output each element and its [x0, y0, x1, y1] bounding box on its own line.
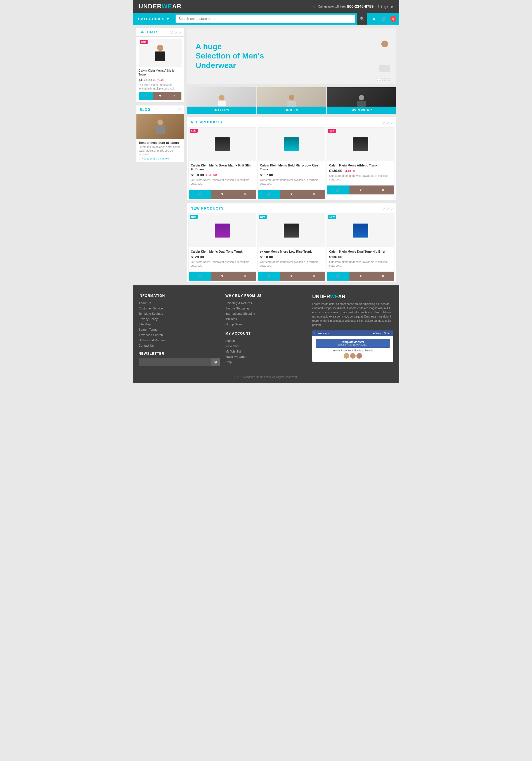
np-dot-3[interactable]	[390, 207, 393, 209]
footer-grid: INFORMATION About Us Customer Service Te…	[139, 294, 394, 366]
new-cart-btn-0[interactable]: 🛒	[189, 272, 211, 281]
desc-0: Our store offers underwear available in …	[191, 178, 254, 186]
footer-logo: UNDERWEAR	[312, 294, 394, 300]
categories-button[interactable]: CATEGORIES ▾	[133, 13, 174, 25]
wish-btn-0[interactable]: ♥	[211, 190, 234, 199]
affiliates-link[interactable]: Affiliates	[225, 317, 237, 321]
cart-btn-2[interactable]: 🛒	[327, 186, 349, 195]
search-input[interactable]	[176, 15, 355, 23]
product-image-2: Sale	[327, 128, 394, 161]
shipping-returns-link[interactable]: Shipping & Returns	[225, 301, 252, 305]
wish-btn-2[interactable]: ♥	[349, 186, 372, 195]
add-to-cart-button[interactable]: 🛒	[139, 92, 153, 100]
youtube-icon[interactable]: ▶	[391, 5, 394, 9]
np-dot-2[interactable]	[386, 207, 389, 209]
new-boxer-art-2	[353, 223, 368, 238]
new-product-info-0: Calvin Klein Men's Dual Tone Trunk $128.…	[189, 247, 256, 271]
new-cart-btn-1[interactable]: 🛒	[258, 272, 280, 281]
orders-returns-link[interactable]: Orders and Returns	[139, 338, 166, 342]
sidebar: SPECIALS Sale Calvin Klein Men's Athleti…	[136, 28, 184, 282]
about-us-link[interactable]: About Us	[139, 301, 151, 305]
group-sales-link[interactable]: Group Sales	[225, 322, 242, 326]
all-products-header: ALL PRODUCTS	[187, 117, 396, 126]
new-products-section: NEW PRODUCTS New Calvin Klein Men's Dual…	[187, 204, 396, 282]
copyright-text: © 2015 Magento Demo Store. All Rights Re…	[235, 376, 298, 379]
template-settings-link[interactable]: Template Settings	[139, 312, 163, 315]
category-briefs[interactable]: BRIEFS	[257, 87, 326, 114]
fb-watch-text: ▶ Watch Video	[373, 332, 392, 335]
product-name-0: Calvin Klein Men's Boxer Matrix Knit Sli…	[191, 163, 254, 171]
new-price-1: $110.00	[260, 255, 273, 259]
newsletter-submit-button[interactable]: ✉	[211, 358, 220, 366]
cart-count-badge[interactable]: 0	[390, 16, 397, 22]
dot-inactive[interactable]	[170, 31, 173, 33]
np-dot-1[interactable]	[382, 207, 385, 209]
cart-btn-0[interactable]: 🛒	[189, 190, 211, 199]
hero-dot-2[interactable]	[382, 78, 385, 81]
hamburger-icon[interactable]: ≡	[370, 16, 377, 21]
track-order-link[interactable]: Track My Order	[225, 355, 246, 358]
view-cart-link[interactable]: View Cart	[225, 344, 239, 348]
new-wish-btn-1[interactable]: ♥	[280, 272, 302, 281]
intl-shipping-link[interactable]: International Shipping	[225, 312, 255, 315]
blog-post-date: ⏱ Nov 6, 2015 2:14:16 PM	[136, 157, 184, 162]
product-actions-0: 🛒 ♥ ✕	[189, 189, 256, 199]
twitter-icon[interactable]: t	[381, 5, 382, 9]
nav-bar: CATEGORIES ▾ 🔍 ≡ 🛒 0	[133, 13, 399, 25]
new-product-actions-0: 🛒 ♥ ✕	[189, 271, 256, 281]
new-price-0: $128.00	[191, 255, 204, 259]
advanced-search-link[interactable]: Advanced Search	[139, 333, 163, 336]
fb-icon: f	[314, 332, 315, 335]
ap-dot-2[interactable]	[386, 121, 389, 124]
product-name-2: Calvin Klein Men's Athletic Trunk	[329, 163, 392, 167]
hero-dot-3[interactable]	[387, 78, 390, 81]
account-title: MY ACCOUNT	[225, 331, 307, 335]
site-map-link[interactable]: Site Map	[139, 322, 151, 326]
search-button[interactable]: 🔍	[357, 13, 367, 25]
my-wishlist-link[interactable]: My Wishlist	[225, 350, 241, 353]
remove-button[interactable]: ✕	[167, 92, 182, 100]
specials-block: SPECIALS Sale Calvin Klein Men's Athleti…	[136, 28, 184, 102]
privacy-policy-link[interactable]: Privacy Policy	[139, 317, 158, 321]
wishlist-button[interactable]: ♥	[153, 92, 167, 100]
sign-in-link[interactable]: Sign In	[225, 339, 235, 342]
close-btn-2[interactable]: ✕	[372, 186, 394, 195]
gplus-icon[interactable]: g+	[384, 5, 389, 9]
hero-line3: Underwear	[196, 61, 264, 70]
facebook-icon[interactable]: f	[378, 5, 379, 9]
ap-dot-1[interactable]	[382, 121, 385, 124]
customer-service-link[interactable]: Customer Service	[139, 307, 163, 310]
wish-btn-1[interactable]: ♥	[280, 190, 302, 199]
boxer-art-2	[353, 137, 368, 151]
hero-dot-1[interactable]	[377, 78, 380, 81]
newsletter-input[interactable]	[139, 358, 211, 366]
footer-why: WHY BUY FROM US Shipping & Returns Secur…	[225, 294, 307, 366]
blog-dot[interactable]	[178, 108, 181, 111]
new-product-card-2: New Calvin Klein Men's Dual Tone Hip Bri…	[327, 213, 395, 281]
new-close-btn-1[interactable]: ✕	[303, 272, 325, 281]
category-boxers[interactable]: BOXERS	[187, 87, 256, 114]
new-close-btn-2[interactable]: ✕	[372, 272, 394, 281]
ap-dot-3[interactable]	[390, 121, 393, 124]
new-wish-btn-2[interactable]: ♥	[349, 272, 372, 281]
list-item: Advanced Search	[139, 333, 220, 337]
list-item: Privacy Policy	[139, 317, 220, 321]
secure-shopping-link[interactable]: Secure Shopping	[225, 307, 249, 310]
cart-btn-1[interactable]: 🛒	[258, 190, 280, 199]
footer-brand-desc: Lorem ipsum dolor sit amet conse ctetur …	[312, 302, 394, 327]
briefs-label: BRIEFS	[257, 107, 326, 114]
list-item: International Shipping	[225, 312, 307, 316]
category-swimwear[interactable]: SWIMWEAR	[327, 87, 396, 114]
help-link[interactable]: Help	[225, 360, 232, 364]
dot-prev[interactable]	[174, 31, 177, 33]
contact-us-link[interactable]: Contact Us	[139, 344, 154, 347]
dot-next[interactable]	[178, 31, 181, 33]
close-btn-1[interactable]: ✕	[303, 190, 325, 199]
new-wish-btn-0[interactable]: ♥	[211, 272, 234, 281]
new-close-btn-0[interactable]: ✕	[234, 272, 256, 281]
cart-icon[interactable]: 🛒	[379, 16, 389, 22]
new-cart-btn-2[interactable]: 🛒	[327, 272, 349, 281]
search-terms-link[interactable]: Search Terms	[139, 328, 158, 331]
close-btn-0[interactable]: ✕	[234, 190, 256, 199]
swimwear-label: SWIMWEAR	[327, 107, 396, 114]
